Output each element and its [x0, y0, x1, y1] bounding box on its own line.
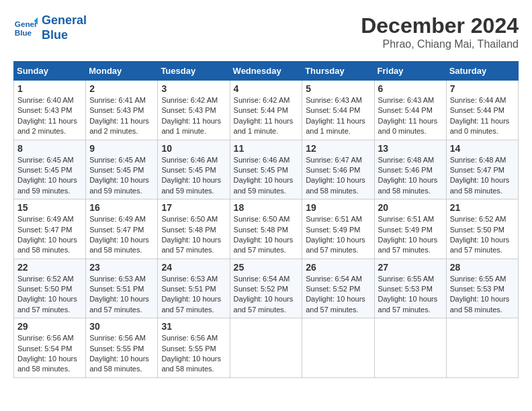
calendar-week-row: 15 Sunrise: 6:49 AM Sunset: 5:47 PM Dayl…: [14, 199, 519, 259]
svg-text:Blue: Blue: [15, 28, 32, 36]
calendar-cell: [230, 318, 302, 378]
calendar-cell: [446, 318, 518, 378]
calendar-cell: 13 Sunrise: 6:48 AM Sunset: 5:46 PM Dayl…: [374, 140, 446, 199]
day-number: 15: [17, 202, 82, 213]
calendar-cell: 4 Sunrise: 6:42 AM Sunset: 5:44 PM Dayli…: [230, 81, 302, 140]
day-number: 5: [306, 83, 370, 94]
calendar-cell: 24 Sunrise: 6:53 AM Sunset: 5:51 PM Dayl…: [158, 259, 230, 318]
day-info: Sunrise: 6:55 AM Sunset: 5:53 PM Dayligh…: [378, 274, 443, 316]
day-info: Sunrise: 6:47 AM Sunset: 5:46 PM Dayligh…: [306, 155, 370, 197]
calendar-week-row: 29 Sunrise: 6:56 AM Sunset: 5:54 PM Dayl…: [14, 318, 519, 378]
day-number: 6: [378, 83, 443, 94]
day-info: Sunrise: 6:50 AM Sunset: 5:48 PM Dayligh…: [161, 214, 226, 256]
day-info: Sunrise: 6:53 AM Sunset: 5:51 PM Dayligh…: [89, 274, 154, 316]
calendar-week-row: 22 Sunrise: 6:52 AM Sunset: 5:50 PM Dayl…: [14, 259, 519, 318]
day-info: Sunrise: 6:44 AM Sunset: 5:44 PM Dayligh…: [450, 95, 515, 137]
day-info: Sunrise: 6:51 AM Sunset: 5:49 PM Dayligh…: [378, 214, 443, 256]
calendar-cell: 14 Sunrise: 6:48 AM Sunset: 5:47 PM Dayl…: [446, 140, 518, 199]
day-number: 3: [161, 83, 226, 94]
day-info: Sunrise: 6:46 AM Sunset: 5:45 PM Dayligh…: [161, 155, 226, 197]
day-info: Sunrise: 6:41 AM Sunset: 5:43 PM Dayligh…: [89, 95, 154, 137]
day-number: 10: [161, 143, 226, 154]
day-info: Sunrise: 6:52 AM Sunset: 5:50 PM Dayligh…: [17, 274, 82, 316]
day-info: Sunrise: 6:55 AM Sunset: 5:53 PM Dayligh…: [450, 274, 515, 316]
day-info: Sunrise: 6:52 AM Sunset: 5:50 PM Dayligh…: [450, 214, 515, 256]
day-info: Sunrise: 6:43 AM Sunset: 5:44 PM Dayligh…: [378, 95, 443, 137]
calendar-cell: 2 Sunrise: 6:41 AM Sunset: 5:43 PM Dayli…: [86, 81, 158, 140]
day-number: 22: [17, 262, 82, 273]
calendar-cell: 28 Sunrise: 6:55 AM Sunset: 5:53 PM Dayl…: [446, 259, 518, 318]
day-number: 31: [161, 321, 226, 332]
day-number: 21: [450, 202, 515, 213]
day-number: 12: [306, 143, 370, 154]
day-info: Sunrise: 6:48 AM Sunset: 5:46 PM Dayligh…: [378, 155, 443, 197]
day-number: 7: [450, 83, 515, 94]
calendar-subtitle: Phrao, Chiang Mai, Thailand: [361, 38, 519, 50]
calendar-cell: 15 Sunrise: 6:49 AM Sunset: 5:47 PM Dayl…: [14, 199, 86, 259]
calendar-cell: 20 Sunrise: 6:51 AM Sunset: 5:49 PM Dayl…: [374, 199, 446, 259]
day-number: 26: [306, 262, 370, 273]
day-number: 1: [17, 83, 82, 94]
day-number: 17: [161, 202, 226, 213]
day-info: Sunrise: 6:43 AM Sunset: 5:44 PM Dayligh…: [306, 95, 370, 137]
day-info: Sunrise: 6:49 AM Sunset: 5:47 PM Dayligh…: [89, 214, 154, 256]
weekday-header: Wednesday: [230, 62, 302, 81]
day-info: Sunrise: 6:56 AM Sunset: 5:55 PM Dayligh…: [89, 333, 154, 375]
title-block: December 2024 Phrao, Chiang Mai, Thailan…: [361, 13, 519, 50]
day-number: 27: [378, 262, 443, 273]
day-number: 9: [89, 143, 154, 154]
day-info: Sunrise: 6:45 AM Sunset: 5:45 PM Dayligh…: [89, 155, 154, 197]
day-number: 20: [378, 202, 443, 213]
weekday-header: Saturday: [446, 62, 518, 81]
day-info: Sunrise: 6:46 AM Sunset: 5:45 PM Dayligh…: [234, 155, 299, 197]
calendar-cell: 17 Sunrise: 6:50 AM Sunset: 5:48 PM Dayl…: [158, 199, 230, 259]
calendar-week-row: 1 Sunrise: 6:40 AM Sunset: 5:43 PM Dayli…: [14, 81, 519, 140]
day-number: 16: [89, 202, 154, 213]
day-info: Sunrise: 6:40 AM Sunset: 5:43 PM Dayligh…: [17, 95, 82, 137]
day-info: Sunrise: 6:51 AM Sunset: 5:49 PM Dayligh…: [306, 214, 370, 256]
day-number: 24: [161, 262, 226, 273]
calendar-cell: 3 Sunrise: 6:42 AM Sunset: 5:43 PM Dayli…: [158, 81, 230, 140]
calendar-cell: 26 Sunrise: 6:54 AM Sunset: 5:52 PM Dayl…: [302, 259, 374, 318]
weekday-header: Thursday: [302, 62, 374, 81]
day-number: 19: [306, 202, 370, 213]
calendar-cell: 18 Sunrise: 6:50 AM Sunset: 5:48 PM Dayl…: [230, 199, 302, 259]
day-number: 25: [234, 262, 299, 273]
calendar-cell: 6 Sunrise: 6:43 AM Sunset: 5:44 PM Dayli…: [374, 81, 446, 140]
weekday-header: Friday: [374, 62, 446, 81]
logo-icon: General Blue: [13, 16, 38, 40]
calendar-cell: 1 Sunrise: 6:40 AM Sunset: 5:43 PM Dayli…: [14, 81, 86, 140]
day-number: 13: [378, 143, 443, 154]
day-number: 11: [234, 143, 299, 154]
day-info: Sunrise: 6:45 AM Sunset: 5:45 PM Dayligh…: [17, 155, 82, 197]
day-number: 29: [17, 321, 82, 332]
calendar-cell: 19 Sunrise: 6:51 AM Sunset: 5:49 PM Dayl…: [302, 199, 374, 259]
day-number: 30: [89, 321, 154, 332]
day-info: Sunrise: 6:42 AM Sunset: 5:43 PM Dayligh…: [161, 95, 226, 137]
day-number: 8: [17, 143, 82, 154]
day-number: 18: [234, 202, 299, 213]
day-info: Sunrise: 6:54 AM Sunset: 5:52 PM Dayligh…: [234, 274, 299, 316]
calendar-cell: [302, 318, 374, 378]
calendar-cell: [374, 318, 446, 378]
logo: General Blue GeneralBlue: [13, 13, 87, 42]
calendar-cell: 5 Sunrise: 6:43 AM Sunset: 5:44 PM Dayli…: [302, 81, 374, 140]
day-info: Sunrise: 6:54 AM Sunset: 5:52 PM Dayligh…: [306, 274, 370, 316]
calendar-cell: 27 Sunrise: 6:55 AM Sunset: 5:53 PM Dayl…: [374, 259, 446, 318]
calendar-cell: 29 Sunrise: 6:56 AM Sunset: 5:54 PM Dayl…: [14, 318, 86, 378]
calendar-title: December 2024: [361, 13, 519, 38]
day-number: 4: [234, 83, 299, 94]
day-number: 28: [450, 262, 515, 273]
calendar-cell: 30 Sunrise: 6:56 AM Sunset: 5:55 PM Dayl…: [86, 318, 158, 378]
calendar-cell: 9 Sunrise: 6:45 AM Sunset: 5:45 PM Dayli…: [86, 140, 158, 199]
weekday-header: Sunday: [14, 62, 86, 81]
day-number: 23: [89, 262, 154, 273]
calendar-cell: 23 Sunrise: 6:53 AM Sunset: 5:51 PM Dayl…: [86, 259, 158, 318]
day-number: 14: [450, 143, 515, 154]
calendar-cell: 11 Sunrise: 6:46 AM Sunset: 5:45 PM Dayl…: [230, 140, 302, 199]
page-header: General Blue GeneralBlue December 2024 P…: [13, 13, 519, 50]
day-info: Sunrise: 6:56 AM Sunset: 5:54 PM Dayligh…: [17, 333, 82, 375]
day-info: Sunrise: 6:48 AM Sunset: 5:47 PM Dayligh…: [450, 155, 515, 197]
calendar-cell: 22 Sunrise: 6:52 AM Sunset: 5:50 PM Dayl…: [14, 259, 86, 318]
day-info: Sunrise: 6:42 AM Sunset: 5:44 PM Dayligh…: [234, 95, 299, 137]
